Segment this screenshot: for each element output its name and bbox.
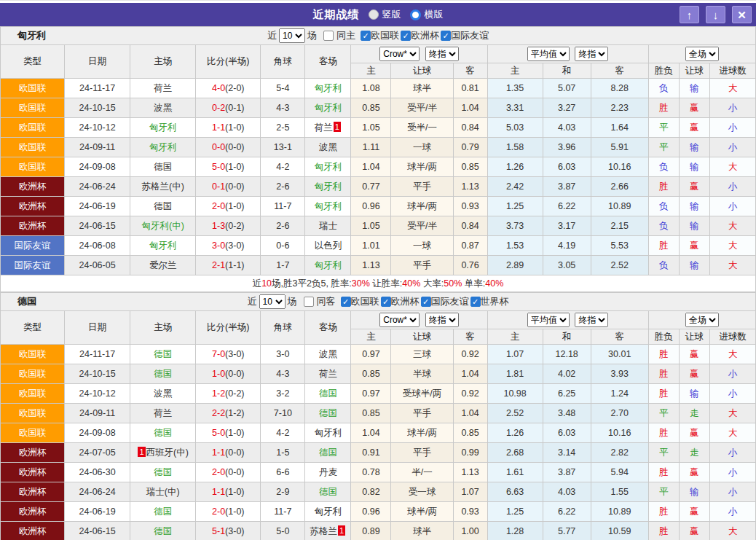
checkbox-checked-icon[interactable]: ✓ <box>381 297 391 307</box>
move-up-button[interactable]: ↑ <box>680 6 699 23</box>
recent-count-select[interactable]: 10 <box>259 294 286 309</box>
full-time-score: 1-0 <box>212 369 225 379</box>
team-label: 荷兰 <box>319 369 337 379</box>
result-goals-cell: 小 <box>709 443 755 463</box>
radio-unchecked-icon[interactable] <box>369 9 379 20</box>
checkbox-checked-icon[interactable]: ✓ <box>341 297 351 307</box>
same-venue-filter[interactable]: 同主 <box>323 29 355 42</box>
titlebar-buttons: ↑ ↓ ✕ <box>680 6 752 23</box>
home-team-cell: 瑞士(中) <box>130 482 196 502</box>
layout-horizontal-option[interactable]: 横版 <box>410 8 444 21</box>
match-row: 欧洲杯24-06-15匈牙利(中)1-3(0-2)2-6瑞士1.05受平/半0.… <box>1 216 756 236</box>
scope-select[interactable]: 全场 <box>685 313 719 327</box>
corners-cell: 1-7 <box>261 256 305 275</box>
full-time-score: 1-1 <box>212 487 225 497</box>
recent-count-select[interactable]: 10 <box>279 28 305 43</box>
avg-home-cell: 3.31 <box>487 98 543 118</box>
handicap-cell: 受平/半 <box>391 216 453 236</box>
checkbox-unchecked-icon[interactable] <box>304 297 314 307</box>
result-goals-cell: 大 <box>709 216 755 236</box>
team-label: 匈牙利 <box>315 103 342 113</box>
summary-part: 单率: <box>462 278 485 289</box>
checkbox-checked-icon[interactable]: ✓ <box>421 297 431 307</box>
away-odds-cell: 0.81 <box>453 79 487 98</box>
date-cell: 24-06-19 <box>65 502 130 522</box>
date-cell: 24-06-15 <box>65 522 130 540</box>
odds-stage-select[interactable]: 终指 <box>425 313 459 327</box>
odds-provider-select[interactable]: Crow* <box>379 313 420 327</box>
competition-filter[interactable]: ✓欧洲杯 <box>381 295 420 308</box>
team-label: 德国 <box>319 408 337 418</box>
team-section-germany: 德国 近 10 场 同客 ✓欧国联✓欧洲杯✓国际友谊✓世界杯 <box>0 292 756 540</box>
score-cell: 2-0(0-0) <box>196 463 261 482</box>
result-goals-cell: 小 <box>709 463 755 482</box>
competition-filter[interactable]: ✓国际友谊 <box>441 29 489 42</box>
away-team-cell: 德国 <box>305 443 351 463</box>
close-button[interactable]: ✕ <box>732 6 752 23</box>
home-team-cell: 荷兰 <box>130 79 196 98</box>
checkbox-checked-icon[interactable]: ✓ <box>361 31 371 41</box>
checkbox-checked-icon[interactable]: ✓ <box>401 31 411 41</box>
competition-filter[interactable]: ✓国际友谊 <box>421 295 469 308</box>
result-outcome-cell: 胜 <box>648 364 679 384</box>
handicap-cell: 一球 <box>391 236 453 256</box>
avg-home-cell: 2.42 <box>487 177 543 197</box>
layout-vertical-label: 竖版 <box>382 8 401 21</box>
competition-filter[interactable]: ✓欧国联 <box>361 29 399 42</box>
away-odds-cell: 0.79 <box>453 138 487 157</box>
avg-draw-cell: 3.05 <box>543 256 591 275</box>
competition-type-badge: 欧国联 <box>1 423 65 443</box>
team-label: 德国 <box>154 349 172 359</box>
checkbox-checked-icon[interactable]: ✓ <box>441 31 451 41</box>
competition-label: 国际友谊 <box>451 29 489 42</box>
result-handicap-cell: 赢 <box>679 345 709 364</box>
result-outcome-cell: 平 <box>648 443 679 463</box>
home-team-cell: 爱尔兰 <box>130 256 196 275</box>
competition-filter[interactable]: ✓欧国联 <box>341 295 379 308</box>
date-cell: 24-06-24 <box>65 482 130 502</box>
odds-provider-select[interactable]: Crow* <box>379 47 420 61</box>
competition-type-badge: 国际友谊 <box>1 256 65 275</box>
subheader-odds-home: 主 <box>351 329 391 345</box>
result-outcome-cell: 负 <box>648 79 679 98</box>
col-header-score: 比分(半场) <box>196 311 261 345</box>
date-cell: 24-11-17 <box>65 79 130 98</box>
competition-filter[interactable]: ✓欧洲杯 <box>401 29 439 42</box>
corners-cell: 0-6 <box>261 236 305 256</box>
home-odds-cell: 1.05 <box>351 216 391 236</box>
date-cell: 24-06-08 <box>65 236 130 256</box>
competition-type-badge: 欧国联 <box>1 384 65 404</box>
team-label: 荷兰 <box>315 122 333 133</box>
scope-select[interactable]: 全场 <box>685 47 719 61</box>
avg-odds-select[interactable]: 平均值 <box>527 47 570 61</box>
handicap-cell: 平手 <box>391 177 453 197</box>
avg-away-cell: 5.91 <box>591 138 648 157</box>
avg-home-cell: 1.26 <box>487 423 543 443</box>
full-time-score: 0-2 <box>212 103 225 113</box>
same-venue-filter[interactable]: 同客 <box>304 295 336 308</box>
summary-part: 40% <box>402 278 420 289</box>
competition-filter[interactable]: ✓世界杯 <box>470 295 509 308</box>
subheader-avg-home: 主 <box>487 63 543 79</box>
checkbox-unchecked-icon[interactable] <box>323 31 334 41</box>
layout-vertical-option[interactable]: 竖版 <box>369 8 401 21</box>
move-down-button[interactable]: ↓ <box>706 6 725 23</box>
half-time-score: (1-0) <box>225 506 244 517</box>
full-time-score: 0-0 <box>212 142 225 152</box>
avg-odds-select[interactable]: 平均值 <box>527 313 570 327</box>
half-time-score: (1-0) <box>225 162 244 172</box>
radio-checked-icon[interactable] <box>410 9 421 20</box>
home-odds-cell: 1.11 <box>351 138 391 157</box>
handicap-cell: 球半/两 <box>391 423 453 443</box>
avg-home-cell: 1.26 <box>487 157 543 177</box>
odds-stage-select[interactable]: 终指 <box>425 47 459 61</box>
avg-draw-cell: 5.77 <box>543 522 591 540</box>
competition-type-badge: 欧国联 <box>1 79 65 98</box>
avg-home-cell: 1.81 <box>487 364 543 384</box>
subheader-odds-home: 主 <box>351 63 391 79</box>
avg-stage-select[interactable]: 终指 <box>575 47 608 61</box>
home-team-cell: 德国 <box>130 423 196 443</box>
avg-home-cell: 1.58 <box>487 138 543 157</box>
avg-stage-select[interactable]: 终指 <box>575 313 608 327</box>
checkbox-checked-icon[interactable]: ✓ <box>470 297 481 307</box>
